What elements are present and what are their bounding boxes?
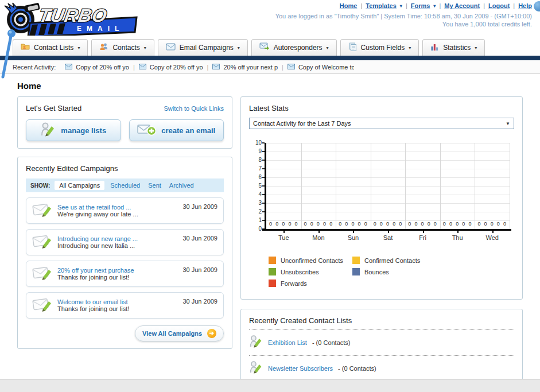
chart-legend: Unconfirmed ContactsConfirmed ContactsUn… xyxy=(269,257,514,291)
view-all-campaigns-button[interactable]: View All Campaigns ➔ xyxy=(135,325,224,341)
header: TURBO EMAIL Home|Templates▾|Forms▾|My Ac… xyxy=(0,0,540,38)
legend-item-forwards: Forwards xyxy=(269,280,352,287)
filter-archived[interactable]: Archived xyxy=(169,182,194,189)
bar-value-label: 0 xyxy=(310,221,313,227)
bar-value-label: 0 xyxy=(477,221,480,227)
recently-created-contact-lists-panel: Recently Created Contact Lists Exhibitio… xyxy=(240,309,523,379)
tab-contacts[interactable]: Contacts▾ xyxy=(91,39,154,56)
x-axis-category-label: Thu xyxy=(440,234,475,241)
bar-value-label: 0 xyxy=(339,221,341,227)
chevron-down-icon: ▾ xyxy=(77,45,80,51)
link-separator: | xyxy=(483,2,485,9)
app-window: TURBO EMAIL Home|Templates▾|Forms▾|My Ac… xyxy=(0,0,540,379)
header-link-forms[interactable]: Forms xyxy=(411,2,430,9)
tab-custom-fields[interactable]: Custom Fields▾ xyxy=(340,39,419,56)
link-separator: | xyxy=(360,2,362,9)
campaign-title-link[interactable]: See us at the retail food ... xyxy=(57,204,182,211)
tab-label: Autoresponders xyxy=(274,44,323,52)
tab-autoresponders[interactable]: Autoresponders▾ xyxy=(251,39,337,56)
manage-lists-button[interactable]: manage lists xyxy=(26,119,121,141)
campaign-date: 30 Jun 2009 xyxy=(182,298,217,305)
campaign-text: 20% off your next purchaseThanks for joi… xyxy=(57,267,182,281)
filter-scheduled[interactable]: Scheduled xyxy=(110,182,140,189)
legend-label: Unsubscribes xyxy=(281,269,319,275)
x-axis-tick xyxy=(353,231,354,233)
header-link-home[interactable]: Home xyxy=(340,2,358,9)
campaign-row[interactable]: Introducing our new range ...Introducing… xyxy=(26,229,224,255)
header-link-templates[interactable]: Templates xyxy=(366,2,397,9)
person-pencil-icon xyxy=(249,359,263,378)
turbo-email-logo: TURBO EMAIL xyxy=(3,2,141,36)
tab-label: Contacts xyxy=(112,44,139,52)
link-separator: | xyxy=(406,2,407,9)
credits-text: You have 1,000 total credits left. xyxy=(275,20,532,28)
left-column: Let's Get Started Switch to Quick Links xyxy=(17,96,232,349)
filter-all-campaigns[interactable]: All Campaigns xyxy=(55,181,104,190)
tab-statistics[interactable]: Statistics▾ xyxy=(422,39,485,56)
legend-label: Forwards xyxy=(281,280,307,287)
bar-value-label: 0 xyxy=(380,221,383,227)
contact-list-count: - (0 Contacts) xyxy=(312,339,351,346)
stats-period-select[interactable]: Contact Activity for the Last 7 Days ▼ xyxy=(249,118,514,129)
bar-value-label: 0 xyxy=(304,221,307,227)
create-email-button[interactable]: create an email xyxy=(129,119,224,141)
bar-value-label: 0 xyxy=(386,221,389,227)
callout-balloon-icon xyxy=(534,1,540,11)
tab-contact-lists[interactable]: Contact Lists▾ xyxy=(13,39,88,56)
envelope-icon xyxy=(139,64,146,71)
campaign-text: Welcome to our email listThanks for join… xyxy=(57,298,182,312)
contact-list-row: Newsletter Subscribers- (0 Contacts) xyxy=(249,356,514,379)
h-gridline xyxy=(266,143,510,143)
person-pencil-icon xyxy=(249,333,263,352)
header-link-my-account[interactable]: My Account xyxy=(444,2,480,9)
x-axis-tick xyxy=(318,231,320,233)
item-separator: | xyxy=(282,64,283,71)
recent-activity-item[interactable]: Copy of 20% off yo xyxy=(65,64,129,71)
bar-value-label: 0 xyxy=(491,221,494,227)
select-dropdown-arrow-icon: ▼ xyxy=(506,121,510,126)
recent-activity-item[interactable]: Copy of Welcome to xyxy=(288,64,354,71)
contact-list-name-link[interactable]: Newsletter Subscribers xyxy=(268,365,333,372)
recent-activity-item[interactable]: Copy of 20% off yo xyxy=(139,64,203,71)
v-gridline xyxy=(405,143,406,229)
link-separator: | xyxy=(513,2,515,9)
legend-swatch-bounces xyxy=(352,268,360,275)
bar-value-label: 0 xyxy=(468,221,471,227)
legend-label: Confirmed Contacts xyxy=(364,257,420,264)
bar-value-label: 0 xyxy=(295,221,298,227)
x-axis-category-label: Wed xyxy=(475,234,510,241)
y-axis-tick-label: 3 xyxy=(249,200,262,206)
contact-list-name-link[interactable]: Exhibition List xyxy=(268,339,307,346)
contact-list-items: Exhibition List- (0 Contacts)Newsletter … xyxy=(249,330,514,379)
switch-quick-links-link[interactable]: Switch to Quick Links xyxy=(164,105,224,112)
header-link-logout[interactable]: Logout xyxy=(488,2,510,9)
campaign-row[interactable]: See us at the retail food ...We're givin… xyxy=(26,197,224,224)
x-axis-tick xyxy=(423,231,424,233)
campaign-title-link[interactable]: Welcome to our email list xyxy=(57,298,182,305)
bar-value-label: 0 xyxy=(364,221,367,227)
legend-swatch-confirmed-contacts xyxy=(352,257,360,264)
get-started-panel: Let's Get Started Switch to Quick Links xyxy=(17,96,232,149)
recent-activity-item[interactable]: 20% off your next p xyxy=(212,64,278,71)
campaign-title-link[interactable]: Introducing our new range ... xyxy=(57,235,182,242)
h-gridline xyxy=(266,203,510,204)
chevron-down-icon: ▾ xyxy=(400,3,402,9)
x-axis-line xyxy=(262,229,511,231)
header-nav: Home|Templates▾|Forms▾|My Account|Logout… xyxy=(340,2,532,9)
envelope-pencil-icon xyxy=(32,296,53,315)
contact-list-count: - (0 Contacts) xyxy=(338,365,376,372)
campaign-title-link[interactable]: 20% off your next purchase xyxy=(57,267,182,274)
y-axis-tick-label: 7 xyxy=(249,165,262,172)
bar-value-label: 0 xyxy=(434,221,437,227)
legend-swatch-forwards xyxy=(269,280,276,287)
bar-value-label: 0 xyxy=(421,221,424,227)
campaign-row[interactable]: 20% off your next purchaseThanks for joi… xyxy=(26,261,224,287)
filter-sent[interactable]: Sent xyxy=(148,182,161,189)
show-label: SHOW: xyxy=(30,183,50,189)
campaign-row[interactable]: Welcome to our email listThanks for join… xyxy=(26,292,224,319)
legend-item-bounces: Bounces xyxy=(352,268,436,275)
tab-email-campaigns[interactable]: Email Campaigns▾ xyxy=(158,39,248,56)
chevron-down-icon: ▾ xyxy=(409,45,411,51)
header-link-help[interactable]: Help xyxy=(518,2,532,9)
v-gridline xyxy=(336,143,336,229)
